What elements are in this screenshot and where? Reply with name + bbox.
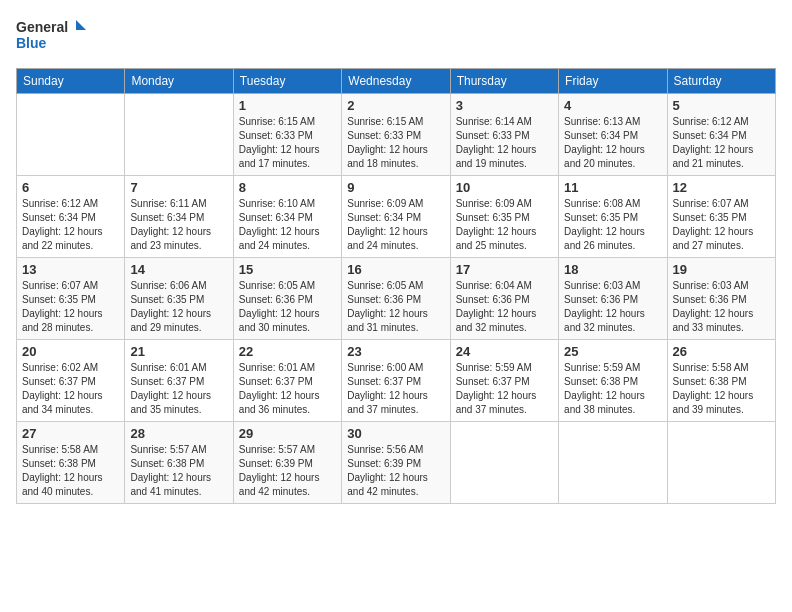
logo-svg: General Blue [16, 16, 86, 56]
day-info: Sunrise: 6:04 AM Sunset: 6:36 PM Dayligh… [456, 279, 553, 335]
calendar-cell: 27Sunrise: 5:58 AM Sunset: 6:38 PM Dayli… [17, 422, 125, 504]
calendar-cell [17, 94, 125, 176]
calendar-cell: 20Sunrise: 6:02 AM Sunset: 6:37 PM Dayli… [17, 340, 125, 422]
day-info: Sunrise: 6:03 AM Sunset: 6:36 PM Dayligh… [564, 279, 661, 335]
day-number: 1 [239, 98, 336, 113]
day-number: 12 [673, 180, 770, 195]
col-header-friday: Friday [559, 69, 667, 94]
logo: General Blue [16, 16, 86, 56]
day-info: Sunrise: 6:09 AM Sunset: 6:34 PM Dayligh… [347, 197, 444, 253]
calendar-cell: 7Sunrise: 6:11 AM Sunset: 6:34 PM Daylig… [125, 176, 233, 258]
day-number: 29 [239, 426, 336, 441]
day-info: Sunrise: 5:58 AM Sunset: 6:38 PM Dayligh… [673, 361, 770, 417]
day-number: 23 [347, 344, 444, 359]
day-info: Sunrise: 6:12 AM Sunset: 6:34 PM Dayligh… [673, 115, 770, 171]
calendar-cell: 5Sunrise: 6:12 AM Sunset: 6:34 PM Daylig… [667, 94, 775, 176]
svg-marker-2 [76, 20, 86, 30]
calendar-cell [667, 422, 775, 504]
day-number: 27 [22, 426, 119, 441]
calendar-cell: 29Sunrise: 5:57 AM Sunset: 6:39 PM Dayli… [233, 422, 341, 504]
calendar-cell: 1Sunrise: 6:15 AM Sunset: 6:33 PM Daylig… [233, 94, 341, 176]
svg-text:Blue: Blue [16, 35, 47, 51]
day-info: Sunrise: 6:03 AM Sunset: 6:36 PM Dayligh… [673, 279, 770, 335]
calendar-cell: 24Sunrise: 5:59 AM Sunset: 6:37 PM Dayli… [450, 340, 558, 422]
day-number: 19 [673, 262, 770, 277]
day-info: Sunrise: 5:57 AM Sunset: 6:38 PM Dayligh… [130, 443, 227, 499]
col-header-saturday: Saturday [667, 69, 775, 94]
day-number: 13 [22, 262, 119, 277]
day-number: 7 [130, 180, 227, 195]
day-number: 25 [564, 344, 661, 359]
day-number: 9 [347, 180, 444, 195]
day-info: Sunrise: 6:07 AM Sunset: 6:35 PM Dayligh… [673, 197, 770, 253]
col-header-tuesday: Tuesday [233, 69, 341, 94]
day-number: 26 [673, 344, 770, 359]
col-header-sunday: Sunday [17, 69, 125, 94]
calendar-cell: 15Sunrise: 6:05 AM Sunset: 6:36 PM Dayli… [233, 258, 341, 340]
day-info: Sunrise: 6:00 AM Sunset: 6:37 PM Dayligh… [347, 361, 444, 417]
calendar-cell: 18Sunrise: 6:03 AM Sunset: 6:36 PM Dayli… [559, 258, 667, 340]
calendar-cell: 25Sunrise: 5:59 AM Sunset: 6:38 PM Dayli… [559, 340, 667, 422]
day-number: 16 [347, 262, 444, 277]
day-number: 3 [456, 98, 553, 113]
day-info: Sunrise: 6:05 AM Sunset: 6:36 PM Dayligh… [239, 279, 336, 335]
day-info: Sunrise: 6:09 AM Sunset: 6:35 PM Dayligh… [456, 197, 553, 253]
day-info: Sunrise: 6:12 AM Sunset: 6:34 PM Dayligh… [22, 197, 119, 253]
calendar-cell: 4Sunrise: 6:13 AM Sunset: 6:34 PM Daylig… [559, 94, 667, 176]
calendar-cell: 26Sunrise: 5:58 AM Sunset: 6:38 PM Dayli… [667, 340, 775, 422]
day-number: 10 [456, 180, 553, 195]
day-number: 17 [456, 262, 553, 277]
day-info: Sunrise: 5:56 AM Sunset: 6:39 PM Dayligh… [347, 443, 444, 499]
day-info: Sunrise: 6:11 AM Sunset: 6:34 PM Dayligh… [130, 197, 227, 253]
day-number: 14 [130, 262, 227, 277]
col-header-thursday: Thursday [450, 69, 558, 94]
calendar-cell: 22Sunrise: 6:01 AM Sunset: 6:37 PM Dayli… [233, 340, 341, 422]
day-number: 20 [22, 344, 119, 359]
calendar-cell: 21Sunrise: 6:01 AM Sunset: 6:37 PM Dayli… [125, 340, 233, 422]
day-info: Sunrise: 6:14 AM Sunset: 6:33 PM Dayligh… [456, 115, 553, 171]
calendar-cell: 19Sunrise: 6:03 AM Sunset: 6:36 PM Dayli… [667, 258, 775, 340]
day-number: 18 [564, 262, 661, 277]
col-header-wednesday: Wednesday [342, 69, 450, 94]
calendar-cell [559, 422, 667, 504]
page-header: General Blue [16, 16, 776, 56]
day-info: Sunrise: 6:05 AM Sunset: 6:36 PM Dayligh… [347, 279, 444, 335]
calendar-cell: 11Sunrise: 6:08 AM Sunset: 6:35 PM Dayli… [559, 176, 667, 258]
day-number: 2 [347, 98, 444, 113]
day-number: 11 [564, 180, 661, 195]
day-number: 15 [239, 262, 336, 277]
day-number: 4 [564, 98, 661, 113]
day-number: 28 [130, 426, 227, 441]
day-info: Sunrise: 6:15 AM Sunset: 6:33 PM Dayligh… [347, 115, 444, 171]
day-info: Sunrise: 5:59 AM Sunset: 6:37 PM Dayligh… [456, 361, 553, 417]
svg-text:General: General [16, 19, 68, 35]
calendar-cell [450, 422, 558, 504]
calendar-cell: 28Sunrise: 5:57 AM Sunset: 6:38 PM Dayli… [125, 422, 233, 504]
calendar-cell: 13Sunrise: 6:07 AM Sunset: 6:35 PM Dayli… [17, 258, 125, 340]
calendar-cell: 30Sunrise: 5:56 AM Sunset: 6:39 PM Dayli… [342, 422, 450, 504]
calendar-cell: 3Sunrise: 6:14 AM Sunset: 6:33 PM Daylig… [450, 94, 558, 176]
calendar-cell: 12Sunrise: 6:07 AM Sunset: 6:35 PM Dayli… [667, 176, 775, 258]
calendar-cell: 23Sunrise: 6:00 AM Sunset: 6:37 PM Dayli… [342, 340, 450, 422]
calendar-cell [125, 94, 233, 176]
calendar-table: SundayMondayTuesdayWednesdayThursdayFrid… [16, 68, 776, 504]
calendar-cell: 2Sunrise: 6:15 AM Sunset: 6:33 PM Daylig… [342, 94, 450, 176]
calendar-cell: 10Sunrise: 6:09 AM Sunset: 6:35 PM Dayli… [450, 176, 558, 258]
day-info: Sunrise: 6:02 AM Sunset: 6:37 PM Dayligh… [22, 361, 119, 417]
day-number: 24 [456, 344, 553, 359]
col-header-monday: Monday [125, 69, 233, 94]
calendar-cell: 17Sunrise: 6:04 AM Sunset: 6:36 PM Dayli… [450, 258, 558, 340]
calendar-cell: 16Sunrise: 6:05 AM Sunset: 6:36 PM Dayli… [342, 258, 450, 340]
calendar-cell: 8Sunrise: 6:10 AM Sunset: 6:34 PM Daylig… [233, 176, 341, 258]
day-info: Sunrise: 6:08 AM Sunset: 6:35 PM Dayligh… [564, 197, 661, 253]
calendar-cell: 9Sunrise: 6:09 AM Sunset: 6:34 PM Daylig… [342, 176, 450, 258]
day-info: Sunrise: 5:57 AM Sunset: 6:39 PM Dayligh… [239, 443, 336, 499]
day-info: Sunrise: 6:13 AM Sunset: 6:34 PM Dayligh… [564, 115, 661, 171]
calendar-cell: 6Sunrise: 6:12 AM Sunset: 6:34 PM Daylig… [17, 176, 125, 258]
day-info: Sunrise: 5:59 AM Sunset: 6:38 PM Dayligh… [564, 361, 661, 417]
day-info: Sunrise: 5:58 AM Sunset: 6:38 PM Dayligh… [22, 443, 119, 499]
day-info: Sunrise: 6:01 AM Sunset: 6:37 PM Dayligh… [239, 361, 336, 417]
day-number: 30 [347, 426, 444, 441]
calendar-cell: 14Sunrise: 6:06 AM Sunset: 6:35 PM Dayli… [125, 258, 233, 340]
day-info: Sunrise: 6:15 AM Sunset: 6:33 PM Dayligh… [239, 115, 336, 171]
